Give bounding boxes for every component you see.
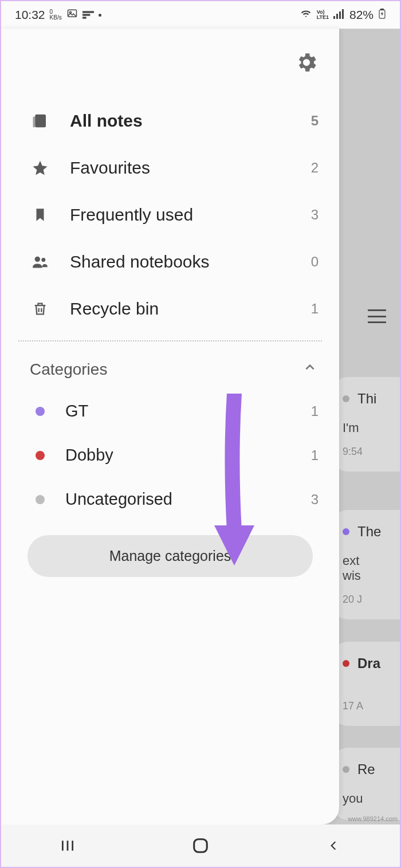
svg-point-14 — [41, 258, 45, 262]
note-title: Dra — [357, 655, 380, 671]
note-card[interactable]: Thi I'm 9:54 — [331, 377, 401, 472]
nav-frequently-used[interactable]: Frequently used 3 — [1, 191, 339, 238]
svg-rect-6 — [336, 14, 338, 19]
category-dot-icon — [36, 451, 45, 460]
svg-rect-11 — [35, 115, 46, 128]
nav-count: 2 — [311, 160, 319, 176]
note-card[interactable]: The ext wis 20 J — [331, 510, 401, 619]
star-icon — [30, 159, 50, 176]
category-dot-icon — [343, 660, 349, 667]
chevron-up-icon — [302, 360, 317, 379]
gear-icon[interactable] — [294, 50, 319, 77]
category-label: Dobby — [65, 446, 311, 465]
svg-point-13 — [35, 257, 40, 262]
nav-label: Favourites — [70, 158, 311, 178]
status-bar: 10:32 0KB/s Vo) LTE1 82% — [1, 1, 400, 29]
category-item-uncategorised[interactable]: Uncategorised 3 — [1, 477, 339, 521]
svg-rect-12 — [33, 117, 36, 128]
nav-favourites[interactable]: Favourites 2 — [1, 144, 339, 191]
note-preview: ext wis — [343, 553, 401, 583]
svg-rect-2 — [82, 11, 94, 13]
svg-rect-8 — [342, 9, 344, 19]
category-label: GT — [65, 402, 311, 421]
people-icon — [30, 254, 50, 270]
status-time: 10:32 — [15, 8, 45, 22]
svg-rect-5 — [333, 16, 335, 19]
divider — [18, 340, 322, 341]
note-preview: I'm — [343, 421, 401, 435]
home-button[interactable] — [135, 837, 266, 854]
image-icon — [66, 8, 78, 22]
svg-rect-4 — [82, 17, 87, 18]
svg-rect-3 — [82, 14, 90, 15]
note-preview: you — [343, 791, 401, 806]
note-time: 17 A — [343, 700, 401, 712]
nav-count: 3 — [311, 207, 319, 223]
nav-label: Shared notebooks — [70, 252, 311, 272]
nav-all-notes[interactable]: All notes 5 — [1, 97, 339, 144]
category-item-gt[interactable]: GT 1 — [1, 389, 339, 433]
bookmark-icon — [30, 206, 50, 223]
battery-icon — [378, 8, 386, 22]
note-time: 20 J — [343, 594, 401, 606]
data-speed-icon: 0KB/s — [50, 9, 62, 21]
category-label: Uncategorised — [65, 490, 311, 509]
nav-recycle-bin[interactable]: Recycle bin 1 — [1, 285, 339, 332]
category-dot-icon — [36, 407, 45, 416]
menu-icon[interactable] — [368, 309, 386, 323]
category-dot-icon — [36, 495, 45, 504]
category-dot-icon — [343, 528, 349, 535]
navigation-drawer: All notes 5 Favourites 2 Frequently used… — [1, 29, 339, 824]
wifi-icon — [300, 8, 312, 22]
svg-rect-7 — [339, 11, 341, 19]
nav-label: Recycle bin — [70, 299, 311, 319]
manage-categories-button[interactable]: Manage categories — [27, 535, 313, 577]
category-count: 1 — [311, 447, 319, 464]
volte-icon: Vo) LTE1 — [317, 10, 329, 20]
nav-label: Frequently used — [70, 205, 311, 225]
categories-header[interactable]: Categories — [1, 349, 339, 389]
dot-icon — [99, 14, 101, 17]
note-time: 9:54 — [343, 446, 401, 458]
note-card[interactable]: Dra 17 A — [331, 642, 401, 726]
nav-label: All notes — [70, 111, 311, 131]
system-nav-bar — [1, 824, 400, 867]
note-title: Thi — [357, 391, 376, 407]
trash-icon — [30, 300, 50, 317]
category-dot-icon — [343, 766, 349, 773]
category-dot-icon — [343, 395, 349, 402]
category-count: 1 — [311, 403, 319, 419]
svg-rect-10 — [381, 9, 384, 10]
category-item-dobby[interactable]: Dobby 1 — [1, 433, 339, 477]
nav-count: 0 — [311, 254, 319, 270]
recents-button[interactable] — [2, 838, 133, 853]
note-title: Re — [357, 761, 375, 777]
note-title: The — [357, 524, 381, 540]
nav-count: 5 — [311, 113, 319, 129]
nav-count: 1 — [311, 301, 319, 317]
watermark: www.989214.com — [348, 815, 398, 822]
nav-shared-notebooks[interactable]: Shared notebooks 0 — [1, 238, 339, 285]
section-title: Categories — [30, 360, 107, 379]
signal-icon — [333, 8, 345, 22]
button-label: Manage categories — [109, 548, 231, 564]
category-count: 3 — [311, 492, 319, 508]
note-card[interactable]: Re you — [331, 748, 401, 820]
svg-rect-18 — [194, 839, 207, 853]
battery-percent: 82% — [349, 8, 374, 22]
status-indicator-icon — [82, 8, 94, 22]
back-button[interactable] — [268, 838, 399, 854]
notes-icon — [30, 112, 50, 129]
